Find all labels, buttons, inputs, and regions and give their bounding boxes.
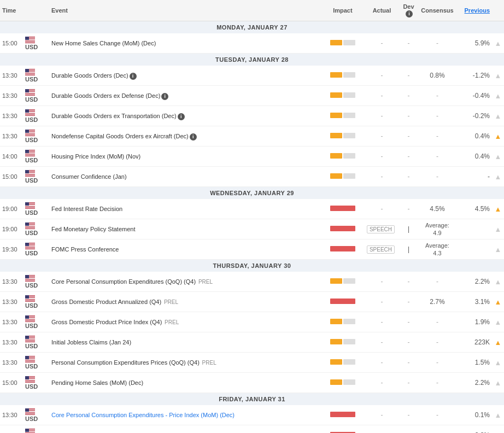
dev-value: -	[399, 106, 418, 126]
bell-icon[interactable]: ▲	[495, 278, 502, 286]
currency-label: USD	[25, 302, 38, 309]
currency-label: USD	[25, 230, 38, 236]
previous-header[interactable]: Previous	[456, 0, 492, 21]
previous-value: 2.8%	[456, 425, 492, 434]
event-name-cell: Durable Goods Orders (Dec)i	[49, 66, 321, 86]
bell-icon[interactable]: ▲	[495, 173, 502, 181]
table-row: 13:30USDPersonal Consumption Expenditure…	[0, 353, 504, 373]
bell-icon[interactable]: ▲	[495, 318, 502, 326]
flag-icon	[25, 109, 35, 116]
bell-cell[interactable]: ▲	[492, 272, 504, 292]
bell-cell[interactable]: ▲	[492, 332, 504, 353]
bell-icon[interactable]: ▲	[495, 359, 502, 367]
actual-value: -	[365, 147, 399, 167]
bell-icon[interactable]: ▲	[495, 39, 502, 48]
bell-icon[interactable]: ▲	[495, 153, 502, 161]
dev-info-icon[interactable]: i	[406, 10, 413, 17]
table-row: 13:30USDNondefense Capital Goods Orders …	[0, 126, 504, 147]
event-name-link: New Home Sales Change (MoM) (Dec)	[51, 40, 156, 46]
bell-icon[interactable]: ▲	[495, 205, 502, 213]
currency-label: USD	[25, 157, 38, 163]
impact-header: Impact	[321, 0, 365, 21]
bell-icon[interactable]: ▲	[495, 132, 502, 141]
bell-cell[interactable]: ▲	[492, 167, 504, 187]
bell-cell[interactable]: ▲	[492, 219, 504, 239]
bell-icon[interactable]: ▲	[495, 225, 502, 233]
currency-label: USD	[25, 137, 38, 143]
dev-value: -	[399, 373, 418, 393]
consensus-value: -	[418, 106, 456, 126]
bell-cell[interactable]: ▲	[492, 199, 504, 219]
consensus-dash: -	[436, 359, 438, 366]
event-info-icon[interactable]: i	[161, 93, 168, 100]
dev-dash: -	[408, 92, 410, 100]
event-info-icon[interactable]: i	[178, 113, 185, 120]
consensus-value: -	[418, 332, 456, 353]
bell-cell[interactable]: ▲	[492, 239, 504, 260]
actual-value: -	[365, 405, 399, 425]
event-currency: USD	[23, 126, 49, 147]
impact-indicator	[321, 106, 365, 126]
actual-dash: -	[380, 379, 383, 387]
event-name-link: Core Personal Consumption Expenditures (…	[51, 278, 196, 285]
day-label: TUESDAY, JANUARY 28	[0, 54, 504, 66]
bell-cell[interactable]: ▲	[492, 373, 504, 393]
bell-icon[interactable]: ▲	[495, 298, 502, 306]
bell-cell[interactable]: ▲	[492, 86, 504, 106]
actual-dash: -	[380, 92, 383, 100]
consensus-value: 4.5%	[418, 199, 456, 219]
bell-cell[interactable]: ▲	[492, 405, 504, 425]
bell-cell[interactable]: ▲	[492, 33, 504, 54]
previous-value: 5.9%	[456, 33, 492, 54]
event-time: 13:30	[0, 332, 23, 353]
event-name-cell: Housing Price Index (MoM) (Nov)	[49, 147, 321, 167]
event-time: 13:30	[0, 86, 23, 106]
event-currency: USD	[23, 239, 49, 260]
actual-dash: -	[380, 112, 383, 120]
dev-dash: -	[408, 72, 410, 79]
actual-value: -	[365, 33, 399, 54]
bell-icon[interactable]: ▲	[495, 379, 502, 387]
previous-value: 0.1%	[456, 405, 492, 425]
event-time: 15:00	[0, 373, 23, 393]
currency-label: USD	[25, 363, 38, 370]
bell-cell[interactable]: ▲	[492, 147, 504, 167]
previous-value: 4.5%	[456, 199, 492, 219]
bell-icon[interactable]: ▲	[495, 338, 502, 347]
bell-icon[interactable]: ▲	[495, 245, 502, 254]
event-info-icon[interactable]: i	[190, 133, 197, 141]
dev-value: |	[399, 219, 418, 239]
flag-icon	[25, 170, 35, 177]
consensus-value: -	[418, 373, 456, 393]
bell-cell[interactable]: ▲	[492, 106, 504, 126]
event-time: 14:00	[0, 147, 23, 167]
bell-icon[interactable]: ▲	[495, 92, 502, 100]
bell-icon[interactable]: ▲	[495, 431, 502, 434]
dev-value: -	[399, 292, 418, 312]
bell-cell[interactable]: ▲	[492, 425, 504, 434]
impact-indicator	[321, 353, 365, 373]
bell-icon[interactable]: ▲	[495, 72, 502, 80]
dev-dash: -	[408, 132, 410, 140]
table-row: 19:00USDFed Monetary Policy StatementSPE…	[0, 219, 504, 239]
event-time: 19:00	[0, 199, 23, 219]
bell-cell[interactable]: ▲	[492, 292, 504, 312]
event-name-cell: Consumer Confidence (Jan)	[49, 167, 321, 187]
table-row: 15:00USDPending Home Sales (MoM) (Dec)--…	[0, 373, 504, 393]
dev-dash: -	[408, 359, 410, 366]
bell-icon[interactable]: ▲	[495, 411, 502, 419]
event-name-link: Durable Goods Orders ex Transportation (…	[51, 113, 177, 119]
dev-dash: -	[408, 39, 410, 47]
event-name-link[interactable]: Core Personal Consumption Expenditures -…	[51, 412, 235, 418]
consensus-value: 2.7%	[418, 292, 456, 312]
event-info-icon[interactable]: i	[130, 73, 137, 80]
bell-cell[interactable]: ▲	[492, 126, 504, 147]
speech-badge: SPEECH	[367, 245, 395, 254]
consensus-value: -	[418, 33, 456, 54]
bell-cell[interactable]: ▲	[492, 353, 504, 373]
event-name-cell: Durable Goods Orders ex Transportation (…	[49, 106, 321, 126]
bell-cell[interactable]: ▲	[492, 312, 504, 332]
bell-cell[interactable]: ▲	[492, 66, 504, 86]
bell-icon[interactable]: ▲	[495, 112, 502, 120]
currency-label: USD	[25, 383, 38, 390]
